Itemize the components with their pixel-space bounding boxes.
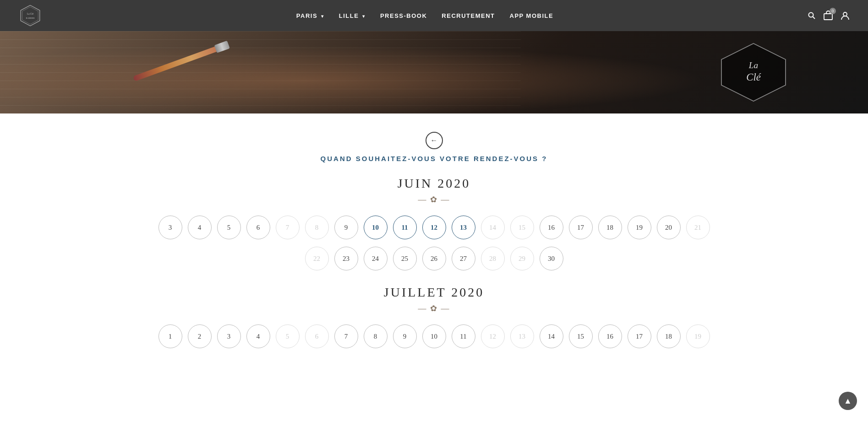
month-title-juin: JUIN 2020 [27, 176, 841, 191]
day-8-juin[interactable]: 8 [305, 216, 329, 239]
day-19-juin[interactable]: 19 [628, 216, 651, 239]
day-13-juillet[interactable]: 13 [510, 324, 534, 348]
day-24-juin[interactable]: 24 [364, 247, 388, 270]
main-content: ← QUAND SOUHAITEZ-VOUS VOTRE RENDEZ-VOUS… [0, 113, 868, 383]
page-title: QUAND SOUHAITEZ-VOUS VOTRE RENDEZ-VOUS ? [321, 155, 548, 162]
svg-text:La Clé: La Clé [27, 12, 34, 15]
day-9-juin[interactable]: 9 [334, 216, 358, 239]
day-14-juillet[interactable]: 14 [540, 324, 563, 348]
day-11-juin[interactable]: 11 [393, 216, 417, 239]
nav-link-pressbook[interactable]: PRESS-BOOK [380, 12, 427, 19]
day-3-juillet[interactable]: 3 [217, 324, 241, 348]
day-4-juillet[interactable]: 4 [246, 324, 270, 348]
day-29-juin[interactable]: 29 [510, 247, 534, 270]
back-button[interactable]: ← [426, 132, 443, 149]
day-1-juillet[interactable]: 1 [158, 324, 182, 348]
day-30-juin[interactable]: 30 [540, 247, 563, 270]
day-2-juillet[interactable]: 2 [188, 324, 212, 348]
question-section: ← QUAND SOUHAITEZ-VOUS VOTRE RENDEZ-VOUS… [0, 123, 868, 167]
cart-badge: 0 [830, 8, 836, 14]
day-10-juillet[interactable]: 10 [422, 324, 446, 348]
hero-hex-sign: La Clé [712, 40, 795, 104]
svg-text:Clé: Clé [746, 71, 761, 83]
day-20-juin[interactable]: 20 [657, 216, 681, 239]
day-10-juin[interactable]: 10 [364, 216, 388, 239]
month-juin: JUIN 2020 — ✿ — 3 4 5 6 7 8 9 10 11 12 1… [27, 176, 841, 270]
juin-row-2: 22 23 24 25 26 27 28 29 30 [27, 247, 841, 270]
chevron-down-icon: ▾ [321, 14, 324, 19]
search-button[interactable] [808, 11, 816, 20]
nav-item-pressbook[interactable]: PRESS-BOOK [380, 11, 427, 20]
day-7-juillet[interactable]: 7 [334, 324, 358, 348]
logo-icon: La Clé BARBIER [18, 4, 42, 27]
day-15-juin[interactable]: 15 [510, 216, 534, 239]
day-12-juillet[interactable]: 12 [481, 324, 505, 348]
day-25-juin[interactable]: 25 [393, 247, 417, 270]
juin-row-1: 3 4 5 6 7 8 9 10 11 12 13 14 15 16 17 18… [27, 216, 841, 239]
nav-item-recrutement[interactable]: RECRUTEMENT [442, 11, 495, 20]
user-icon [841, 11, 850, 20]
month-juillet: JUILLET 2020 — ✿ — 1 2 3 4 5 6 7 8 9 10 … [27, 285, 841, 348]
day-26-juin[interactable]: 26 [422, 247, 446, 270]
hero-sign: La Clé [708, 40, 799, 104]
day-6-juin[interactable]: 6 [246, 216, 270, 239]
logo-area[interactable]: La Clé BARBIER [18, 4, 42, 27]
day-17-juillet[interactable]: 17 [628, 324, 651, 348]
svg-text:La: La [748, 60, 758, 70]
month-title-juillet: JUILLET 2020 [27, 285, 841, 300]
user-button[interactable] [841, 11, 850, 20]
nav-item-lille[interactable]: LILLE ▾ [339, 11, 366, 20]
hero-image: La Clé [0, 31, 868, 113]
day-7-juin[interactable]: 7 [276, 216, 300, 239]
day-3-juin[interactable]: 3 [158, 216, 182, 239]
day-15-juillet[interactable]: 15 [569, 324, 593, 348]
calendar-section: JUIN 2020 — ✿ — 3 4 5 6 7 8 9 10 11 12 1… [0, 167, 868, 365]
svg-point-7 [843, 12, 847, 16]
svg-rect-6 [824, 14, 832, 20]
day-11-juillet[interactable]: 11 [452, 324, 475, 348]
cart-button[interactable]: 0 [823, 11, 833, 21]
day-21-juin[interactable]: 21 [686, 216, 710, 239]
month-divider-juillet: — ✿ — [27, 303, 841, 313]
nav-link-paris[interactable]: PARIS ▾ [296, 12, 324, 19]
nav-item-paris[interactable]: PARIS ▾ [296, 11, 324, 20]
day-9-juillet[interactable]: 9 [393, 324, 417, 348]
day-16-juillet[interactable]: 16 [598, 324, 622, 348]
day-22-juin[interactable]: 22 [305, 247, 329, 270]
svg-line-5 [813, 17, 815, 19]
search-icon [808, 11, 816, 20]
day-12-juin[interactable]: 12 [422, 216, 446, 239]
month-divider-juin: — ✿ — [27, 194, 841, 205]
nav-item-appmobile[interactable]: APP MOBILE [510, 11, 554, 20]
day-5-juillet[interactable]: 5 [276, 324, 300, 348]
day-16-juin[interactable]: 16 [540, 216, 563, 239]
svg-text:BARBIER: BARBIER [26, 17, 35, 19]
svg-marker-0 [21, 5, 40, 26]
nav-link-lille[interactable]: LILLE ▾ [339, 12, 366, 19]
day-18-juillet[interactable]: 18 [657, 324, 681, 348]
day-13-juin[interactable]: 13 [452, 216, 475, 239]
nav-link-appmobile[interactable]: APP MOBILE [510, 12, 554, 19]
day-19-juillet[interactable]: 19 [686, 324, 710, 348]
day-4-juin[interactable]: 4 [188, 216, 212, 239]
svg-marker-1 [22, 7, 38, 24]
site-header: La Clé BARBIER PARIS ▾ LILLE ▾ PRESS-BOO… [0, 0, 868, 31]
main-nav: PARIS ▾ LILLE ▾ PRESS-BOOK RECRUTEMENT A… [296, 11, 553, 20]
chevron-down-icon: ▾ [362, 14, 366, 19]
day-17-juin[interactable]: 17 [569, 216, 593, 239]
day-14-juin[interactable]: 14 [481, 216, 505, 239]
nav-link-recrutement[interactable]: RECRUTEMENT [442, 12, 495, 19]
day-6-juillet[interactable]: 6 [305, 324, 329, 348]
day-28-juin[interactable]: 28 [481, 247, 505, 270]
day-5-juin[interactable]: 5 [217, 216, 241, 239]
day-27-juin[interactable]: 27 [452, 247, 475, 270]
day-8-juillet[interactable]: 8 [364, 324, 388, 348]
day-23-juin[interactable]: 23 [334, 247, 358, 270]
day-18-juin[interactable]: 18 [598, 216, 622, 239]
svg-point-4 [808, 13, 813, 17]
nav-icons: 0 [808, 11, 850, 21]
juillet-row-1: 1 2 3 4 5 6 7 8 9 10 11 12 13 14 15 16 1… [27, 324, 841, 348]
